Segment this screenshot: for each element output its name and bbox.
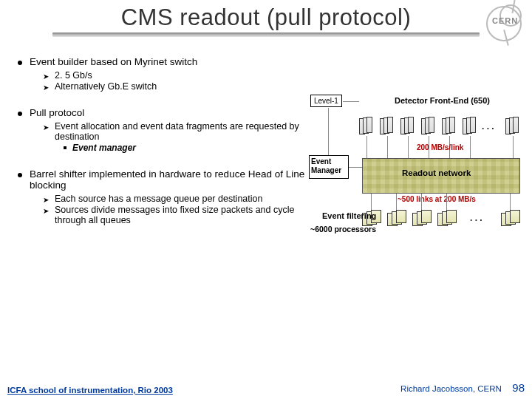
footer-right: Richard Jacobsson, CERN (400, 384, 502, 393)
bullet-3-sub-1-text: Each source has a message queue per dest… (55, 194, 262, 204)
bullet-3: Barrel shifter implemented in hardware t… (12, 168, 307, 191)
processors-label: ~6000 processors (310, 225, 376, 233)
bullet-2-sub-1-a: Event manager (64, 143, 307, 153)
bullet-icon (18, 112, 22, 116)
bullet-1: Event builder based on Myrinet switch (12, 56, 307, 67)
connector-line (510, 194, 511, 210)
arrow-icon: ➤ (43, 123, 49, 142)
connector-line (366, 136, 367, 158)
connector-line (421, 194, 422, 210)
bullet-content: Event builder based on Myrinet switch ➤ … (0, 52, 307, 226)
title-underline (52, 33, 480, 37)
slide-footer: ICFA school of instrumentation, Rio 2003… (0, 381, 532, 395)
detector-frontend-label: Detector Front-End (650) (395, 96, 490, 105)
bullet-1-sub-1: ➤ 2. 5 Gb/s (43, 70, 307, 81)
links-rate-label: ~500 links at 200 MB/s (398, 195, 476, 203)
connector-line (328, 108, 329, 155)
ellipsis: . . . (470, 213, 482, 223)
bullet-2-text: Pull protocol (30, 107, 84, 118)
bullet-2-sub-1: ➤ Event allocation and event data fragme… (43, 121, 307, 142)
arrow-icon: ➤ (43, 72, 49, 81)
bullet-3-text: Barrel shifter implemented in hardware t… (30, 168, 307, 191)
bullet-1-sub-2-text: Alternatively Gb.E switch (55, 81, 157, 92)
bullet-1-sub-1-text: 2. 5 Gb/s (55, 70, 92, 81)
connector-line (470, 136, 471, 158)
slide-number: 98 (512, 381, 525, 394)
connector-line (408, 136, 409, 158)
bullet-3-sub-2-text: Sources divide messages into fixed size … (55, 205, 307, 225)
connector-line (371, 194, 372, 210)
connector-line (513, 136, 514, 158)
square-bullet-icon (64, 146, 66, 149)
arrow-icon: ➤ (43, 83, 49, 92)
arrow-icon: ➤ (43, 207, 49, 225)
bullet-3-sub-1: ➤ Each source has a message queue per de… (43, 194, 307, 204)
bullet-2-sub-1-text: Event allocation and event data fragment… (55, 121, 307, 142)
link-rate-label: 200 MB/s/link (417, 143, 463, 151)
bullet-2: Pull protocol (12, 107, 307, 118)
bullet-2-sub-1-a-text: Event manager (72, 143, 136, 153)
cern-logo-icon: CERN (483, 3, 526, 46)
footer-left: ICFA school of instrumentation, Rio 2003 (7, 386, 173, 395)
cpu-row: . . . (359, 210, 525, 231)
bullet-icon (18, 173, 22, 177)
title-bar: CMS readout (pull protocol) CERN (0, 0, 532, 44)
cern-logo-text: CERN (492, 16, 518, 25)
event-manager-box: Event Manager (309, 155, 349, 179)
bullet-1-text: Event builder based on Myrinet switch (30, 56, 197, 67)
ellipsis: . . . (482, 121, 494, 132)
event-filtering-label: Event filtering (322, 211, 376, 220)
connector-line (387, 136, 388, 158)
bullet-3-sub-2: ➤ Sources divide messages into fixed siz… (43, 205, 307, 225)
connector-line (343, 101, 359, 102)
slide-title: CMS readout (pull protocol) (9, 4, 523, 31)
connector-line (446, 194, 447, 210)
architecture-diagram: Level-1 Detector Front-End (650) . . . 2… (309, 95, 528, 287)
level1-box: Level-1 (310, 95, 342, 107)
arrow-icon: ➤ (43, 196, 49, 204)
connector-line (396, 194, 397, 210)
frontend-row: . . . (359, 117, 525, 139)
bullet-icon (18, 61, 22, 65)
bullet-1-sub-2: ➤ Alternatively Gb.E switch (43, 81, 307, 92)
connector-line (349, 167, 362, 168)
readout-network-label: Readout network (402, 168, 471, 177)
